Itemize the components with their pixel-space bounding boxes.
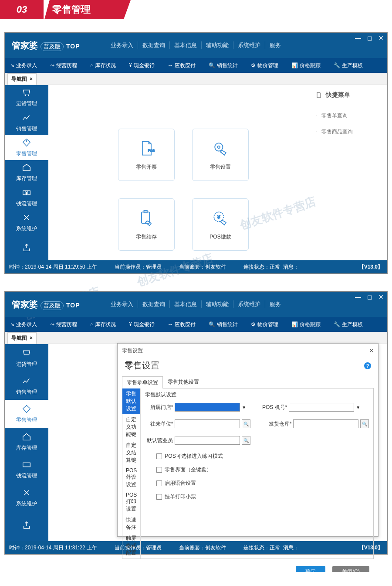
warehouse-input[interactable]: [293, 419, 358, 428]
close-icon[interactable]: ✕: [378, 34, 384, 41]
card-pos-payment[interactable]: ¥ POS缴款: [192, 198, 249, 251]
dialog-tab-other-settings[interactable]: 零售其他设置: [163, 376, 204, 388]
minimize-icon[interactable]: —: [355, 34, 361, 41]
supplier-input[interactable]: [175, 419, 240, 428]
tb-label: 生产模板: [342, 62, 363, 69]
search-icon[interactable]: 🔍: [242, 436, 250, 445]
side-item-settlekeys[interactable]: 自定义结算键: [122, 440, 140, 466]
tb-label: 库存状况: [95, 62, 116, 69]
tb-stock[interactable]: ⌂库存状况: [88, 321, 118, 328]
menu-basic-info[interactable]: 基本信息: [169, 300, 201, 308]
tb-history[interactable]: ⤳经营历程: [47, 321, 80, 328]
chk-voice[interactable]: [156, 480, 162, 486]
card-retail-settings[interactable]: 零售设置: [192, 129, 249, 181]
chk-full-keyboard[interactable]: [156, 467, 162, 473]
sidebar-item-sysmaint[interactable]: 系统维护: [5, 484, 48, 511]
sidebar-item-purchase[interactable]: 进货管理: [5, 85, 48, 110]
logo-edition: 普及版: [41, 42, 64, 51]
tb-label: 现金银行: [134, 321, 155, 328]
coin-tag-icon: ¥: [211, 209, 230, 228]
search-icon[interactable]: 🔍: [242, 419, 250, 428]
tb-price-mgmt[interactable]: ⚙物价管理: [248, 62, 281, 69]
nav-tab[interactable]: 导航图 ×: [7, 332, 37, 344]
quick-link-retail-goods-query[interactable]: 零售商品查询: [315, 124, 381, 140]
tb-sales-stat[interactable]: 🔍销售统计: [206, 321, 240, 328]
card-retail-invoice[interactable]: POS 零售开票: [118, 129, 175, 181]
maximize-icon[interactable]: ◻: [367, 293, 372, 300]
nav-tab-close-icon[interactable]: ×: [30, 76, 33, 82]
menu-data-query[interactable]: 数据查询: [138, 41, 169, 49]
tb-cash-bank[interactable]: ¥现金银行: [126, 321, 157, 328]
chevron-down-icon[interactable]: ▼: [242, 405, 246, 410]
chk-practice-mode[interactable]: [156, 453, 162, 459]
menu-business-entry[interactable]: 业务录入: [106, 41, 138, 49]
side-item-funckeys[interactable]: 自定义功能键: [122, 414, 140, 440]
menu-data-query[interactable]: 数据查询: [138, 300, 169, 308]
status-clock: 时钟：2019-04-14 周日 11:31:22 上午: [9, 544, 97, 552]
tb-price-mgmt[interactable]: ⚙物价管理: [248, 321, 281, 328]
menu-system-maint[interactable]: 系统维护: [233, 41, 265, 49]
card-label: 零售设置: [210, 164, 231, 171]
menu-service[interactable]: 服务: [265, 300, 285, 308]
search-icon[interactable]: 🔍: [360, 419, 369, 428]
pos-no-select[interactable]: [289, 403, 354, 412]
menu-system-maint[interactable]: 系统维护: [233, 300, 265, 308]
tb-price-track[interactable]: 📊价格跟踪: [289, 62, 323, 69]
card-retail-settle[interactable]: 零售结存: [118, 198, 175, 251]
clerk-input[interactable]: [175, 436, 240, 445]
tb-sales-stat[interactable]: 🔍销售统计: [206, 62, 240, 69]
money-icon: [21, 460, 32, 470]
tb-price-track[interactable]: 📊价格跟踪: [289, 321, 323, 328]
side-item-default[interactable]: 零售默认设置: [122, 388, 140, 414]
sidebar: 进货管理 销售管理 零售管理 库存管理 钱流管理 系统维护: [5, 344, 48, 541]
sidebar-item-inventory[interactable]: 库存管理: [5, 428, 48, 456]
tb-ar-ap[interactable]: ↔应收应付: [165, 62, 198, 69]
sidebar-item-retail[interactable]: 零售管理: [5, 400, 48, 428]
sidebar-item-share[interactable]: [5, 511, 48, 539]
dialog-breadcrumb: 零售设置: [122, 347, 143, 354]
nav-tab[interactable]: 导航图 ×: [7, 73, 37, 85]
maximize-icon[interactable]: ◻: [367, 34, 372, 41]
tb-cash-bank[interactable]: ¥现金银行: [126, 62, 157, 69]
dialog-close-icon[interactable]: ×: [369, 346, 374, 355]
minimize-icon[interactable]: —: [355, 293, 361, 300]
close-icon[interactable]: ✕: [378, 293, 384, 300]
store-select[interactable]: [175, 403, 240, 412]
app-logo: 管家婆 普及版 TOP: [9, 40, 80, 51]
menu-basic-info[interactable]: 基本信息: [169, 41, 201, 49]
tb-business-entry[interactable]: ↘业务录入: [7, 321, 40, 328]
sidebar-item-sales[interactable]: 销售管理: [5, 110, 48, 135]
dialog-tab-entry-settings[interactable]: 零售录单设置: [122, 376, 163, 388]
sidebar-item-sysmaint[interactable]: 系统维护: [5, 210, 48, 235]
sidebar-item-share[interactable]: [5, 235, 48, 260]
quick-link-retail-query[interactable]: 零售单查询: [315, 108, 381, 124]
tb-history[interactable]: ⤳经营历程: [47, 62, 80, 69]
sidebar-item-retail[interactable]: 零售管理: [5, 135, 48, 160]
sidebar-item-cashflow[interactable]: 钱流管理: [5, 456, 48, 484]
tb-business-entry[interactable]: ↘业务录入: [7, 62, 40, 69]
side-item-pos-print[interactable]: POS打印设置: [122, 490, 140, 514]
trend-icon: [21, 376, 32, 386]
sidebar-item-sales[interactable]: 销售管理: [5, 372, 48, 400]
tb-stock[interactable]: ⌂库存状况: [88, 62, 118, 69]
tb-prod-template[interactable]: 🔧生产模板: [331, 321, 365, 328]
side-item-touch-format[interactable]: 触屏格式配置: [122, 533, 140, 559]
close-button[interactable]: 关闭(C): [332, 566, 369, 572]
tb-prod-template[interactable]: 🔧生产模板: [331, 62, 365, 69]
chk-hold-print[interactable]: [156, 494, 162, 500]
menu-business-entry[interactable]: 业务录入: [106, 300, 138, 308]
tb-ar-ap[interactable]: ↔应收应付: [165, 321, 198, 328]
side-item-quick-remark[interactable]: 快速备注: [122, 514, 140, 533]
wrench-icon: 🔧: [334, 321, 340, 327]
ok-button[interactable]: 确定: [296, 566, 325, 572]
sidebar-item-purchase[interactable]: 进货管理: [5, 344, 48, 372]
help-icon[interactable]: ?: [364, 362, 371, 369]
menu-aux-func[interactable]: 辅助功能: [201, 300, 233, 308]
menu-aux-func[interactable]: 辅助功能: [201, 41, 233, 49]
sidebar-item-inventory[interactable]: 库存管理: [5, 160, 48, 185]
chevron-down-icon[interactable]: ▼: [356, 405, 360, 410]
side-item-pos-device[interactable]: POS外设设置: [122, 466, 140, 490]
nav-tab-close-icon[interactable]: ×: [30, 335, 33, 341]
menu-service[interactable]: 服务: [265, 41, 285, 49]
sidebar-item-cashflow[interactable]: ¥ 钱流管理: [5, 185, 48, 210]
